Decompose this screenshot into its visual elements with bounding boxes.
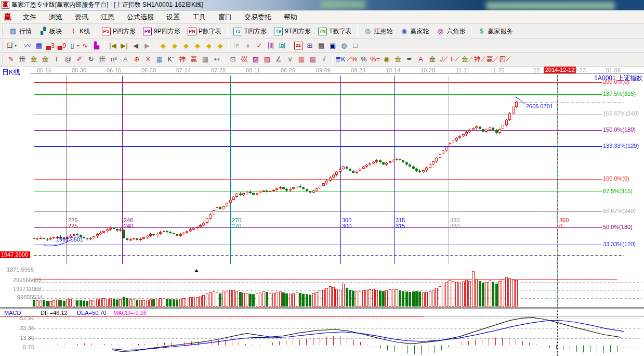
grid-center-icon[interactable]: ▦: [154, 54, 165, 65]
gann-diamond-left-icon[interactable]: ◆: [157, 40, 169, 51]
gold-ruler-1-icon[interactable]: 金: [28, 54, 40, 65]
red-grid-box-icon[interactable]: ▦: [307, 54, 319, 65]
menu-item-0[interactable]: 文件: [17, 11, 43, 23]
gold-lines-icon[interactable]: 金: [392, 54, 404, 65]
winner-service-button[interactable]: $赢家服务: [474, 26, 516, 37]
percent-line-icon[interactable]: %=: [370, 54, 381, 65]
calculator-icon[interactable]: ⊞: [304, 40, 316, 51]
k-quote-icon[interactable]: K": [165, 54, 177, 65]
info-panel-icon[interactable]: ▤: [33, 40, 45, 51]
hexagon-button-label: 六角形: [446, 27, 465, 36]
f-ruler-icon[interactable]: Ŧ: [51, 54, 62, 65]
starburst-icon[interactable]: ✳: [142, 54, 154, 65]
next-bar-icon[interactable]: ▶: [141, 40, 153, 51]
bars-9min-icon[interactable]: ▄9: [56, 40, 68, 51]
grid-123-icon[interactable]: ▦: [200, 54, 211, 65]
gann-diamond-right-icon[interactable]: ◆: [169, 40, 180, 51]
quotes-button[interactable]: ▦行情: [5, 26, 35, 37]
percent-icon[interactable]: %: [358, 54, 370, 65]
ruler-comb2-icon[interactable]: 卅: [97, 54, 108, 65]
p-number-table-button[interactable]: PNP数字表: [184, 26, 225, 37]
spiral-icon[interactable]: @: [62, 54, 74, 65]
gold-ruler-2-icon[interactable]: 金: [40, 54, 51, 65]
9t-square-button[interactable]: T99T四方形: [270, 26, 314, 37]
purple-tool-icon[interactable]: 卌: [265, 40, 277, 51]
check-line-icon[interactable]: ∨: [284, 54, 296, 65]
ying-angle-icon[interactable]: 赢⟋: [486, 54, 498, 65]
pattern-zigzag-icon[interactable]: ∿: [80, 40, 91, 51]
menu-item-7[interactable]: 窗口: [212, 11, 238, 23]
pan-hand-icon[interactable]: ☞: [231, 40, 242, 51]
k-list-icon[interactable]: ≣K: [335, 54, 346, 65]
fan-box-purple-icon[interactable]: ▨: [250, 54, 261, 65]
pen-ruler-icon[interactable]: ✐: [74, 54, 85, 65]
four-angle-icon[interactable]: 四⟋: [498, 54, 511, 65]
draw-pen-icon[interactable]: ✎: [5, 54, 17, 65]
calendar-icon[interactable]: 21: [293, 40, 304, 51]
export-web-icon[interactable]: ◍: [338, 40, 350, 51]
workstation-icon[interactable]: □: [350, 40, 361, 51]
teal-sphere-icon[interactable]: 回: [277, 40, 288, 51]
percent-slash-icon[interactable]: ⟋%: [346, 54, 358, 65]
menu-item-9[interactable]: 帮助: [278, 11, 304, 23]
measure-arrow-icon[interactable]: ↤: [211, 54, 222, 65]
menu-item-3[interactable]: 江恩: [95, 11, 121, 23]
last-bar-icon[interactable]: ▶|: [119, 40, 130, 51]
spiral-icon: @: [64, 55, 72, 63]
gann-diamond-h-icon[interactable]: ◆: [180, 40, 192, 51]
angle-line-icon[interactable]: ∠: [273, 54, 284, 65]
winner-wheel-button[interactable]: ◉赢家轮: [396, 26, 432, 37]
9p-square-button[interactable]: P99P四方形: [139, 26, 184, 37]
box-tool-icon[interactable]: ⊡: [227, 54, 239, 65]
red-grid-icon[interactable]: ▦: [296, 54, 307, 65]
period-day-button[interactable]: 日▾: [5, 40, 17, 51]
parallel-lines-icon[interactable]: ⫽: [319, 54, 330, 65]
p-square-button[interactable]: PSP四方形: [98, 26, 139, 37]
ruler-comb-icon[interactable]: 卅: [17, 54, 28, 65]
gann-diamond-v-icon[interactable]: ◆: [203, 40, 215, 51]
price-chart-canvas[interactable]: [0, 67, 644, 356]
gann-diamond-x-icon[interactable]: ◆: [192, 40, 203, 51]
save-icon[interactable]: ▣: [327, 40, 338, 51]
menu-item-8[interactable]: 交易委托: [238, 11, 278, 23]
menu-item-4[interactable]: 公式选股: [121, 11, 160, 23]
gold-angle-icon[interactable]: 金⟋: [461, 54, 474, 65]
cycle-circle-icon[interactable]: ↻: [85, 54, 97, 65]
gann-diamond-all-icon[interactable]: ◆: [215, 40, 226, 51]
first-bar-icon[interactable]: |◀: [107, 40, 119, 51]
ying-ruler-icon[interactable]: 赢: [188, 54, 200, 65]
ink-pen-icon[interactable]: ✒: [404, 54, 415, 65]
kline-button[interactable]: ⌇K线: [65, 26, 94, 37]
shen-angle-icon[interactable]: 神⟋: [474, 54, 486, 65]
target-circle-icon[interactable]: ⊕: [131, 54, 142, 65]
probe-icon[interactable]: ✓: [254, 40, 265, 51]
crosshair-icon[interactable]: ＋: [242, 40, 254, 51]
chart-area[interactable]: 日K线 1A0001 上证指数 12 2014-12-12 1947.2000 …: [0, 67, 644, 356]
prev-bar-icon[interactable]: ◀: [130, 40, 141, 51]
ray-fan-icon[interactable]: 巛: [239, 54, 250, 65]
notes-icon[interactable]: ▤: [316, 40, 327, 51]
gold-circle-icon[interactable]: ◉: [381, 54, 392, 65]
single-candle-button[interactable]: ▯▾: [68, 40, 80, 51]
sectors-button[interactable]: ▞板块: [35, 26, 65, 37]
j-angle-icon[interactable]: J⟋: [438, 54, 450, 65]
menu-item-2[interactable]: 资讯: [69, 11, 95, 23]
n-square-icon[interactable]: n²: [108, 54, 120, 65]
trend-wave-icon[interactable]: 〰: [22, 40, 33, 51]
gann-wheel-button[interactable]: ◎江恩轮: [360, 26, 396, 37]
f-angle-icon[interactable]: F⟋: [450, 54, 461, 65]
t-square-button[interactable]: T3T四方形: [230, 26, 270, 37]
t-number-table-button[interactable]: TNT数字表: [314, 26, 355, 37]
fan-box-red-icon[interactable]: ▨: [261, 54, 273, 65]
menu-item-5[interactable]: 设置: [160, 11, 186, 23]
hexagon-button[interactable]: ◎六角形: [432, 26, 469, 37]
gold-lines2-icon[interactable]: 金: [427, 54, 438, 65]
grid-center-icon: ▦: [155, 55, 164, 63]
bars-3min-icon[interactable]: ▄3: [45, 40, 56, 51]
menu-item-6[interactable]: 工具: [186, 11, 212, 23]
shen-ruler-icon[interactable]: 神: [177, 54, 188, 65]
red-a-icon[interactable]: A: [415, 54, 427, 65]
mirror-a-icon[interactable]: A: [120, 54, 131, 65]
menu-item-1[interactable]: 浏览: [43, 11, 69, 23]
price-histogram-icon[interactable]: ▙: [91, 40, 102, 51]
